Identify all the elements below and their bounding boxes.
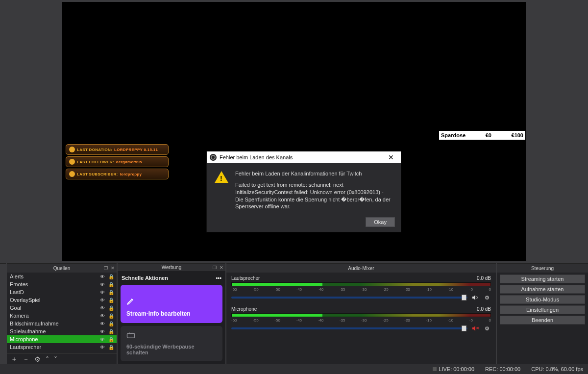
dialog-message: Fehler beim Laden der Kanalinformationen… [235,170,393,210]
heart-icon [69,159,75,165]
source-item[interactable]: Kamera👁🔒 [7,312,117,320]
obs-icon [210,154,217,161]
banner-label: LAST FOLLOWER: [77,160,114,164]
vu-meter [231,313,491,317]
quick-actions-label: Schnelle Aktionen [122,275,168,281]
dialog-titlebar[interactable]: Fehler beim Laden des Kanals ✕ [207,151,401,163]
sources-list[interactable]: Alerts👁🔒Emotes👁🔒LastD👁🔒OverlaySpiel👁🔒Goa… [7,273,117,353]
control-button[interactable]: Aufnahme starten [500,285,585,294]
visibility-icon[interactable]: 👁 [99,290,106,295]
control-button[interactable]: Streaming starten [500,274,585,283]
dialog-line1: Fehler beim Laden der Kanalinformationen… [235,170,393,177]
visibility-icon[interactable]: 👁 [99,321,106,326]
visibility-icon[interactable]: 👁 [99,313,106,319]
source-properties-button[interactable]: ⚙ [34,355,41,363]
visibility-icon[interactable]: 👁 [99,282,106,287]
channel-db: 0.0 dB [477,275,491,281]
lock-icon[interactable]: 🔒 [108,337,115,342]
edit-stream-info-card[interactable]: Stream-Info bearbeiten [121,285,222,323]
dialog-line2: Failed to get text from remote: schannel… [235,181,393,210]
source-item[interactable]: Spielaufnahme👁🔒 [7,327,117,335]
control-button[interactable]: Studio-Modus [500,295,585,304]
source-item[interactable]: OverlaySpiel👁🔒 [7,296,117,304]
dock-popout-icon[interactable]: ❐ [104,266,108,271]
source-name: LastD [10,289,97,295]
source-item[interactable]: Lautsprecher👁🔒 [7,343,117,351]
dock-title-label: Audio-Mixer [348,266,374,271]
source-item[interactable]: LastD👁🔒 [7,288,117,296]
visibility-icon[interactable]: 👁 [99,337,106,342]
status-bar: LIVE: 00:00:00 REC: 00:00:00 CPU: 0.8%, … [0,364,588,374]
lock-icon[interactable]: 🔒 [108,313,115,319]
status-cpu: CPU: 0.8%, 60.00 fps [531,366,583,372]
lock-icon[interactable]: 🔒 [108,305,115,311]
lock-icon[interactable]: 🔒 [108,329,115,334]
remove-source-button[interactable]: － [23,355,29,364]
ad-break-card[interactable]: 60-sekündige Werbepause schalten [121,326,222,361]
source-name: Spielaufnahme [10,328,97,334]
lock-icon[interactable]: 🔒 [108,290,115,295]
lock-icon[interactable]: 🔒 [108,282,115,287]
star-icon [69,171,75,177]
ads-dock: Werbung ❐✕ Schnelle Aktionen ••• Stream-… [118,263,225,364]
source-item[interactable]: Microphone👁🔒 [7,335,117,343]
lock-icon[interactable]: 🔒 [108,345,115,350]
dock-close-icon[interactable]: ✕ [220,265,223,270]
speaker-icon[interactable] [471,294,479,301]
source-item[interactable]: Bildschirmaufnahme👁🔒 [7,320,117,327]
banner-label: LAST DONATION: [77,148,112,152]
dock-title-controls[interactable]: Steuerung [497,264,588,273]
dialog-title: Fehler beim Laden des Kanals [220,154,293,160]
lock-icon[interactable]: 🔒 [108,298,115,303]
volume-slider[interactable] [231,297,467,299]
visibility-icon[interactable]: 👁 [99,345,106,350]
goal-label: Spardose [441,132,466,138]
visibility-icon[interactable]: 👁 [99,329,106,334]
mute-icon[interactable] [471,324,479,332]
source-name: Lautsprecher [10,344,97,350]
visibility-icon[interactable]: 👁 [99,274,106,279]
dock-title-ads[interactable]: Werbung ❐✕ [118,264,225,271]
preview-area: LAST DONATION: LORDPREPPY 0.15.11 LAST F… [0,0,588,263]
dock-title-sources[interactable]: Quellen ❐✕ [7,264,117,273]
lock-icon[interactable]: 🔒 [108,321,115,326]
dock-close-icon[interactable]: ✕ [111,266,115,271]
banner-label: LAST SUBSCRIBER: [77,172,118,176]
more-icon[interactable]: ••• [216,275,221,281]
dock-popout-icon[interactable]: ❐ [213,265,217,270]
visibility-icon[interactable]: 👁 [99,305,106,311]
mixer-body: Lautsprecher0.0 dB-60-55-50-45-40-35-30-… [226,273,496,364]
gear-icon[interactable]: ⚙ [483,294,491,301]
dock-title-label: Werbung [162,265,181,270]
banner-value: LORDPREPPY 0.15.11 [114,148,158,152]
visibility-icon[interactable]: 👁 [99,298,106,303]
ads-body: Schnelle Aktionen ••• Stream-Info bearbe… [118,271,225,364]
control-button[interactable]: Einstellungen [500,305,585,314]
tv-icon [126,332,217,340]
close-icon[interactable]: ✕ [382,151,400,163]
card-title: Stream-Info bearbeiten [126,310,217,317]
control-button[interactable]: Beenden [500,316,585,324]
banner-value: lordpreppy [120,172,142,176]
source-item[interactable]: Emotes👁🔒 [7,280,117,288]
source-name: Goal [10,305,97,311]
preview-canvas[interactable]: LAST DONATION: LORDPREPPY 0.15.11 LAST F… [62,2,526,261]
volume-slider[interactable] [231,327,467,329]
banner-value: dergamer995 [116,160,142,164]
source-item[interactable]: Goal👁🔒 [7,304,117,312]
overlay-banner-donation: LAST DONATION: LORDPREPPY 0.15.11 [66,144,169,155]
dock-title-mixer[interactable]: Audio-Mixer [226,264,496,273]
gear-icon[interactable]: ⚙ [483,324,491,332]
source-item[interactable]: Alerts👁🔒 [7,273,117,280]
error-dialog: Fehler beim Laden des Kanals ✕ Fehler be… [206,151,401,232]
lock-icon[interactable]: 🔒 [108,274,115,279]
mixer-channel: Lautsprecher0.0 dB-60-55-50-45-40-35-30-… [231,275,491,301]
warning-icon [215,171,228,183]
ok-button[interactable]: Okay [366,217,395,227]
move-down-button[interactable]: ˅ [54,355,57,363]
source-name: Bildschirmaufnahme [10,321,97,326]
quick-actions-header: Schnelle Aktionen ••• [121,274,222,282]
move-up-button[interactable]: ˄ [46,355,49,363]
add-source-button[interactable]: ＋ [11,355,18,364]
source-name: Kamera [10,313,97,319]
